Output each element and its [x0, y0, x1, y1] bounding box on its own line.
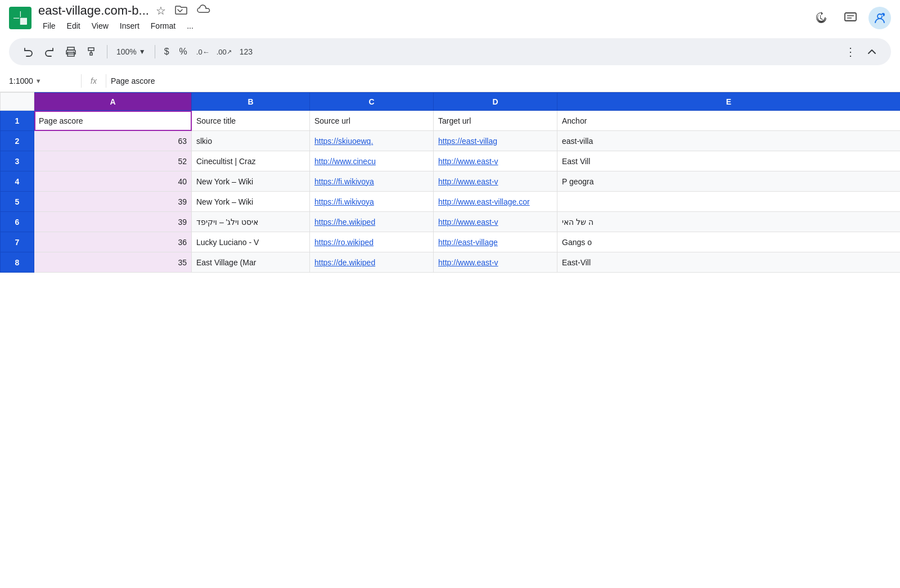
cell-target-url-1[interactable]: Target url: [434, 111, 557, 131]
menu-format[interactable]: Format: [146, 19, 180, 33]
cell-a4[interactable]: 40: [34, 171, 192, 192]
cell-a2[interactable]: 63: [34, 131, 192, 151]
menu-view[interactable]: View: [87, 19, 113, 33]
table-row: 736Lucky Luciano - Vhttps://ro.wikipe‌dh…: [1, 232, 901, 252]
expand-toolbar-button[interactable]: [862, 42, 882, 62]
col-header-c[interactable]: C: [310, 93, 434, 111]
cell-source-url-4[interactable]: https://fi.wikivoya: [310, 171, 434, 192]
link-c-2[interactable]: https://skiuoewq.: [314, 137, 373, 146]
cell-target-url-2[interactable]: https://east-villag: [434, 131, 557, 151]
menu-bar: File Edit View Insert Format ...: [38, 19, 803, 33]
cell-target-url-5[interactable]: http://www.east-village.cor: [434, 192, 557, 212]
currency-button[interactable]: $: [160, 44, 174, 59]
doc-title-text: east-village.com-b...: [38, 3, 149, 18]
user-avatar-btn[interactable]: +: [868, 7, 891, 29]
cell-source-title-3[interactable]: Cinecultist | Craz: [192, 151, 310, 171]
print-button[interactable]: [61, 42, 81, 62]
star-icon[interactable]: ☆: [156, 4, 166, 17]
cell-source-title-1[interactable]: Source title: [192, 111, 310, 131]
cell-anchor-2[interactable]: east-villa: [557, 131, 901, 151]
decimal-decrease-button[interactable]: .0 ←: [193, 42, 213, 62]
cell-source-url-5[interactable]: https://fi.wikivoya: [310, 192, 434, 212]
cell-target-url-6[interactable]: http://www.east-v: [434, 212, 557, 232]
link-d-6[interactable]: http://www.east-v: [438, 218, 498, 227]
format-number-button[interactable]: 123: [235, 45, 257, 58]
link-d-8[interactable]: http://www.east-v: [438, 258, 498, 267]
decimal-increase-button[interactable]: .00 ↗: [214, 42, 234, 62]
sheet-table: A B C D E 1Page ascoreSource titleSource…: [0, 92, 900, 273]
col-header-a[interactable]: A: [34, 93, 192, 111]
cell-source-url-2[interactable]: https://skiuoewq.: [310, 131, 434, 151]
cell-anchor-7[interactable]: Gangs o: [557, 232, 901, 252]
undo-button[interactable]: [18, 42, 38, 62]
cell-source-title-4[interactable]: New York – Wiki: [192, 171, 310, 192]
cell-anchor-1[interactable]: Anchor: [557, 111, 901, 131]
col-header-b[interactable]: B: [192, 93, 310, 111]
row-number: 4: [1, 171, 34, 192]
formula-content[interactable]: Page ascore: [111, 76, 891, 85]
cell-source-title-6[interactable]: איסט וילג' – ויקיפד: [192, 212, 310, 232]
cell-ref-text: 1:1000: [9, 76, 33, 85]
link-d-5[interactable]: http://www.east-village.cor: [438, 197, 530, 206]
cell-anchor-5[interactable]: [557, 192, 901, 212]
table-row: 539New York – Wikihttps://fi.wikivoyahtt…: [1, 192, 901, 212]
cell-target-url-3[interactable]: http://www.east-v: [434, 151, 557, 171]
more-options-button[interactable]: ⋮: [840, 42, 861, 62]
cell-source-title-5[interactable]: New York – Wiki: [192, 192, 310, 212]
menu-edit[interactable]: Edit: [62, 19, 85, 33]
cell-target-url-8[interactable]: http://www.east-v: [434, 252, 557, 273]
link-d-4[interactable]: http://www.east-v: [438, 177, 498, 186]
menu-more[interactable]: ...: [182, 19, 198, 33]
row-number: 3: [1, 151, 34, 171]
cell-a8[interactable]: 35: [34, 252, 192, 273]
cell-a3[interactable]: 52: [34, 151, 192, 171]
cell-ref-dropdown-icon[interactable]: ▼: [35, 78, 42, 84]
link-d-2[interactable]: https://east-villag: [438, 137, 497, 146]
cell-anchor-8[interactable]: East-Vill: [557, 252, 901, 273]
cell-anchor-3[interactable]: East Vill: [557, 151, 901, 171]
toolbar: 100% ▼ $ % .0 ← .00 ↗ 123 ⋮: [9, 38, 891, 65]
zoom-selector[interactable]: 100% ▼: [112, 45, 150, 58]
cell-anchor-6[interactable]: ה של האי: [557, 212, 901, 232]
cell-anchor-4[interactable]: P geogra: [557, 171, 901, 192]
toolbar-divider-1: [107, 45, 107, 58]
link-c-4[interactable]: https://fi.wikivoya: [314, 177, 374, 186]
cloud-icon[interactable]: [196, 4, 211, 17]
cell-reference-box[interactable]: 1:1000 ▼: [9, 76, 76, 85]
cell-source-title-2[interactable]: slkio: [192, 131, 310, 151]
link-d-3[interactable]: http://www.east-v: [438, 157, 498, 166]
menu-insert[interactable]: Insert: [115, 19, 144, 33]
link-c-3[interactable]: http://www.cinecu: [314, 157, 376, 166]
table-row: 352Cinecultist | Crazhttp://www.cinecuht…: [1, 151, 901, 171]
cell-target-url-7[interactable]: http://east-village: [434, 232, 557, 252]
col-header-d[interactable]: D: [434, 93, 557, 111]
cell-a6[interactable]: 39: [34, 212, 192, 232]
cell-source-url-1[interactable]: Source url: [310, 111, 434, 131]
cell-source-title-8[interactable]: East Village (Mar: [192, 252, 310, 273]
cell-a5[interactable]: 39: [34, 192, 192, 212]
history-icon-btn[interactable]: [810, 7, 832, 29]
link-c-6[interactable]: https://he.wikipe‌d: [314, 218, 375, 227]
col-header-e[interactable]: E: [557, 93, 901, 111]
zoom-dropdown-icon: ▼: [139, 48, 146, 56]
link-d-7[interactable]: http://east-village: [438, 238, 498, 247]
row-number: 8: [1, 252, 34, 273]
redo-button[interactable]: [39, 42, 60, 62]
cell-source-url-8[interactable]: https://de.wikipe‌d: [310, 252, 434, 273]
link-c-7[interactable]: https://ro.wikipe‌d: [314, 238, 374, 247]
cell-source-url-6[interactable]: https://he.wikipe‌d: [310, 212, 434, 232]
cell-target-url-4[interactable]: http://www.east-v: [434, 171, 557, 192]
cell-a1[interactable]: Page ascore: [34, 111, 192, 131]
cell-source-title-7[interactable]: Lucky Luciano - V: [192, 232, 310, 252]
menu-file[interactable]: File: [38, 19, 60, 33]
cell-a7[interactable]: 36: [34, 232, 192, 252]
link-c-5[interactable]: https://fi.wikivoya: [314, 197, 374, 206]
cell-source-url-7[interactable]: https://ro.wikipe‌d: [310, 232, 434, 252]
percent-button[interactable]: %: [175, 44, 192, 59]
paint-format-button[interactable]: [82, 42, 102, 62]
folder-icon[interactable]: [175, 4, 187, 17]
comments-icon-btn[interactable]: [839, 7, 862, 29]
link-c-8[interactable]: https://de.wikipe‌d: [314, 258, 375, 267]
spreadsheet: A B C D E 1Page ascoreSource titleSource…: [0, 92, 900, 273]
cell-source-url-3[interactable]: http://www.cinecu: [310, 151, 434, 171]
